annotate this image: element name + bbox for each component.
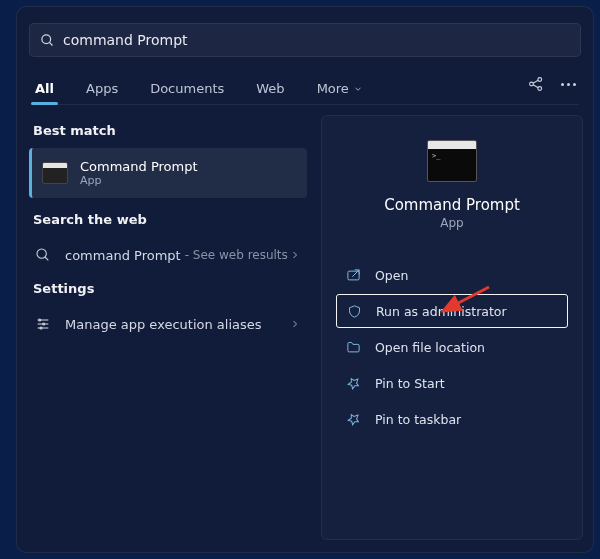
svg-line-1 — [49, 42, 52, 45]
start-search-panel: command Prompt All Apps Documents Web Mo… — [16, 6, 594, 553]
command-prompt-icon — [42, 162, 68, 184]
tab-documents[interactable]: Documents — [146, 81, 228, 104]
action-pin-start-label: Pin to Start — [375, 376, 445, 391]
web-result-label: command Prompt — [65, 248, 181, 263]
action-open[interactable]: Open — [336, 258, 568, 292]
action-open-file-location-label: Open file location — [375, 340, 485, 355]
svg-point-0 — [42, 34, 51, 43]
tab-apps[interactable]: Apps — [82, 81, 122, 104]
pin-icon — [346, 412, 361, 427]
section-best-match: Best match — [33, 123, 303, 138]
best-match-title: Command Prompt — [80, 159, 198, 174]
search-field[interactable]: command Prompt — [29, 23, 581, 57]
tab-all[interactable]: All — [31, 81, 58, 104]
share-flow-icon[interactable] — [527, 75, 545, 93]
action-pin-taskbar[interactable]: Pin to taskbar — [336, 402, 568, 436]
shield-icon — [347, 304, 362, 319]
chevron-right-icon — [289, 249, 301, 261]
tab-web[interactable]: Web — [252, 81, 288, 104]
web-result-hint: - See web results — [185, 248, 288, 262]
command-prompt-icon — [427, 140, 477, 182]
web-result-item[interactable]: command Prompt - See web results — [29, 237, 307, 273]
folder-icon — [346, 340, 361, 355]
results-column: Best match Command Prompt App Search the… — [29, 115, 307, 342]
svg-point-3 — [538, 78, 542, 82]
svg-point-4 — [538, 87, 542, 91]
action-pin-start[interactable]: Pin to Start — [336, 366, 568, 400]
section-settings: Settings — [33, 281, 303, 296]
detail-subtitle: App — [322, 216, 582, 230]
svg-line-8 — [45, 257, 48, 260]
action-run-as-admin[interactable]: Run as administrator — [336, 294, 568, 328]
search-icon — [40, 33, 55, 48]
filter-tabs: All Apps Documents Web More — [31, 71, 579, 105]
action-open-label: Open — [375, 268, 408, 283]
settings-result-item[interactable]: Manage app execution aliases — [29, 306, 307, 342]
more-options-icon[interactable] — [561, 75, 579, 93]
best-match-item[interactable]: Command Prompt App — [29, 148, 307, 198]
tab-more[interactable]: More — [313, 81, 367, 104]
svg-point-2 — [530, 82, 534, 86]
search-query-text: command Prompt — [63, 32, 188, 48]
pin-icon — [346, 376, 361, 391]
search-icon — [35, 247, 51, 263]
svg-line-5 — [533, 80, 538, 83]
chevron-right-icon — [289, 318, 301, 330]
best-match-subtitle: App — [80, 174, 198, 187]
action-run-as-admin-label: Run as administrator — [376, 304, 507, 319]
section-search-web: Search the web — [33, 212, 303, 227]
action-pin-taskbar-label: Pin to taskbar — [375, 412, 461, 427]
chevron-down-icon — [353, 84, 363, 94]
detail-title: Command Prompt — [322, 196, 582, 214]
aliases-icon — [35, 316, 51, 332]
settings-result-label: Manage app execution aliases — [65, 317, 262, 332]
detail-panel: Command Prompt App Open Run as administr… — [321, 115, 583, 540]
svg-point-7 — [37, 249, 46, 258]
open-icon — [346, 268, 361, 283]
svg-line-6 — [533, 85, 538, 88]
action-open-file-location[interactable]: Open file location — [336, 330, 568, 364]
